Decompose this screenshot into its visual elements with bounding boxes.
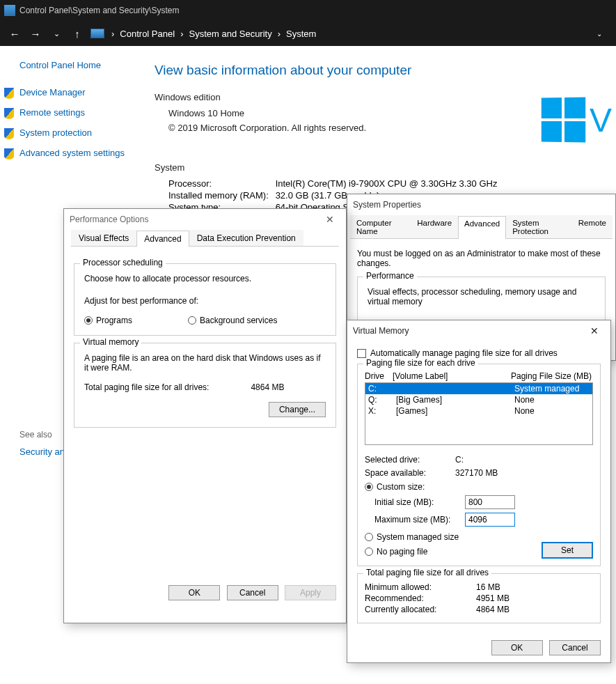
virtual-memory-title-bar: Virtual Memory ✕ (347, 320, 610, 341)
paging-file-each-drive-group: Paging file size for each drive Drive [V… (357, 364, 601, 566)
tab-perf-advanced[interactable]: Advanced (136, 231, 189, 247)
minimum-allowed-label: Minimum allowed: (365, 582, 469, 592)
close-icon[interactable]: ✕ (319, 214, 340, 225)
forward-arrow-icon[interactable]: → (26, 24, 45, 42)
system-properties-title: System Properties (353, 200, 421, 210)
windows-logo: V (541, 98, 612, 142)
drive-letter: X: (368, 406, 396, 416)
auto-manage-checkbox[interactable]: Automatically manage paging file size fo… (357, 348, 601, 358)
tab-advanced[interactable]: Advanced (458, 216, 506, 239)
breadcrumb-leaf[interactable]: System (286, 29, 316, 39)
processor-label: Processor: (168, 178, 273, 189)
maximum-size-label: Maximum size (MB): (374, 515, 458, 524)
programs-radio-label: Programs (96, 316, 132, 325)
drive-list-row[interactable]: X:[Games]None (365, 405, 592, 417)
tab-hardware[interactable]: Hardware (411, 215, 458, 238)
minimum-allowed-value: 16 MB (476, 582, 500, 592)
maximum-size-input[interactable] (465, 513, 515, 527)
ram-label: Installed memory (RAM): (168, 190, 273, 201)
total-paging-label: Total paging file size for all drives: (84, 382, 209, 392)
background-services-radio[interactable]: Background services (188, 316, 277, 325)
system-heading: System (155, 162, 616, 173)
radio-icon (365, 547, 373, 556)
ok-button[interactable]: OK (168, 585, 220, 600)
chevron-right-icon[interactable]: › (177, 29, 186, 39)
virtual-memory-title: Virtual Memory (353, 326, 409, 336)
breadcrumb-root[interactable]: Control Panel (120, 29, 175, 39)
radio-icon (188, 316, 196, 325)
space-available-value: 327170 MB (455, 468, 498, 478)
drive-volume: [Games] (396, 406, 514, 416)
cancel-button[interactable]: Cancel (549, 640, 601, 655)
drive-volume: [Big Games] (396, 395, 514, 405)
remote-settings-link[interactable]: Remote settings (19, 107, 146, 118)
address-bar: ← → ⌄ ↑ › Control Panel › System and Sec… (0, 21, 616, 46)
virtual-memory-group: Virtual memory A paging file is an area … (74, 343, 336, 428)
processor-scheduling-desc: Choose how to allocate processor resourc… (84, 274, 326, 283)
currently-allocated-value: 4864 MB (476, 605, 510, 614)
set-button[interactable]: Set (542, 542, 593, 559)
col-volume: [Volume Label] (393, 371, 511, 381)
virtual-memory-dialog: Virtual Memory ✕ Automatically manage pa… (347, 320, 611, 663)
initial-size-input[interactable] (465, 495, 515, 509)
custom-size-label: Custom size: (377, 482, 425, 492)
radio-icon (365, 483, 373, 491)
tab-dep[interactable]: Data Execution Prevention (189, 230, 303, 246)
apply-button[interactable]: Apply (285, 585, 336, 600)
window-title-text: Control Panel\System and Security\System (19, 6, 179, 15)
processor-scheduling-legend: Processor scheduling (80, 258, 166, 267)
drive-paging-size: System managed (514, 384, 590, 394)
radio-icon (365, 533, 373, 541)
currently-allocated-label: Currently allocated: (365, 605, 469, 614)
adjust-label: Adjust for best performance of: (84, 296, 326, 306)
drive-letter: C: (368, 384, 396, 394)
processor-row: Processor: Intel(R) Core(TM) i9-7900X CP… (168, 178, 616, 189)
programs-radio[interactable]: Programs (84, 316, 132, 325)
virtual-memory-body: Automatically manage paging file size fo… (347, 341, 610, 633)
breadcrumb-mid[interactable]: System and Security (189, 29, 271, 39)
performance-desc: Visual effects, processor scheduling, me… (368, 287, 595, 306)
radio-icon (84, 316, 93, 325)
performance-options-body: Processor scheduling Choose how to alloc… (64, 247, 346, 578)
virtual-memory-buttons: OK Cancel (347, 633, 610, 662)
control-panel-icon (4, 5, 15, 16)
drive-list-row[interactable]: C:System managed (365, 383, 592, 394)
system-properties-title-bar: System Properties (347, 194, 615, 215)
processor-scheduling-group: Processor scheduling Choose how to alloc… (74, 263, 336, 336)
virtual-memory-legend: Virtual memory (80, 337, 141, 347)
performance-options-title-bar: Performance Options ✕ (64, 209, 346, 230)
chevron-right-icon[interactable]: › (275, 29, 283, 39)
control-panel-home-link[interactable]: Control Panel Home (19, 60, 146, 70)
tab-remote[interactable]: Remote (572, 215, 613, 238)
drive-list-row[interactable]: Q:[Big Games]None (365, 394, 592, 405)
system-managed-radio[interactable]: System managed size (365, 532, 593, 542)
virtual-memory-desc: A paging file is an area on the hard dis… (84, 353, 326, 373)
total-paging-value: 4864 MB (251, 382, 284, 392)
totals-legend: Total paging file size for all drives (363, 568, 491, 577)
recent-dropdown-icon[interactable]: ⌄ (47, 24, 65, 42)
performance-options-buttons: OK Cancel Apply (64, 578, 346, 607)
device-manager-link[interactable]: Device Manager (19, 87, 146, 98)
page-heading: View basic information about your comput… (155, 63, 616, 78)
drive-list[interactable]: C:System managedQ:[Big Games]NoneX:[Game… (365, 382, 593, 445)
chevron-right-icon[interactable]: › (109, 29, 117, 39)
system-protection-link[interactable]: System protection (19, 127, 146, 138)
ok-button[interactable]: OK (491, 640, 543, 655)
drive-volume (396, 384, 514, 394)
address-dropdown-icon[interactable]: ⌄ (597, 30, 610, 38)
custom-size-radio[interactable]: Custom size: (365, 482, 593, 492)
recommended-value: 4951 MB (476, 593, 510, 603)
no-paging-radio[interactable]: No paging file (365, 547, 542, 557)
tab-computer-name[interactable]: Computer Name (350, 215, 411, 238)
close-icon[interactable]: ✕ (584, 325, 605, 336)
change-button[interactable]: Change... (269, 402, 326, 417)
tab-visual-effects[interactable]: Visual Effects (71, 230, 136, 246)
advanced-system-settings-link[interactable]: Advanced system settings (19, 148, 146, 158)
recommended-label: Recommended: (365, 593, 469, 603)
tab-system-protection[interactable]: System Protection (506, 215, 572, 238)
cancel-button[interactable]: Cancel (227, 585, 278, 600)
space-available-label: Space available: (365, 468, 448, 478)
window-title-bar: Control Panel\System and Security\System (0, 0, 616, 21)
up-arrow-icon[interactable]: ↑ (68, 24, 86, 42)
back-arrow-icon[interactable]: ← (6, 24, 24, 42)
